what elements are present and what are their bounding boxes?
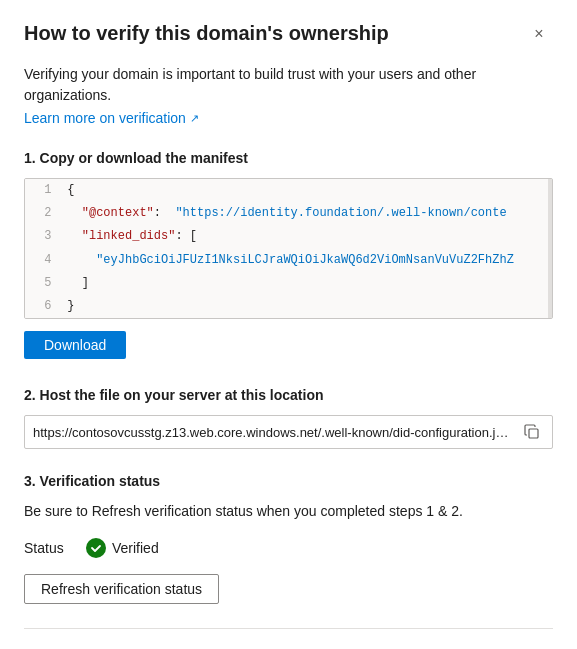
copy-button[interactable] [520,422,544,442]
line-number: 1 [25,179,63,202]
url-container: https://contosovcusstg.z13.web.core.wind… [24,415,553,449]
status-section: 3. Verification status Be sure to Refres… [24,473,553,604]
line-number: 5 [25,272,63,295]
line-code: } [63,295,552,318]
copy-icon [524,424,540,440]
verified-label: Verified [112,540,159,556]
line-code: { [63,179,552,202]
svg-rect-0 [529,429,538,438]
url-text: https://contosovcusstg.z13.web.core.wind… [33,425,512,440]
step1-title: 1. Copy or download the manifest [24,150,553,166]
line-number: 2 [25,202,63,225]
code-block: 1{2 "@context": "https://identity.founda… [24,178,553,319]
description-text: Verifying your domain is important to bu… [24,64,553,106]
refresh-button[interactable]: Refresh verification status [24,574,219,604]
panel-header: How to verify this domain's ownership × [24,20,553,48]
code-table: 1{2 "@context": "https://identity.founda… [25,179,552,318]
line-code: ] [63,272,552,295]
panel-title: How to verify this domain's ownership [24,20,525,46]
status-row: Status Verified [24,538,553,558]
external-link-icon: ↗ [190,112,199,125]
step2-title: 2. Host the file on your server at this … [24,387,553,403]
checkmark-icon [90,542,102,554]
line-number: 4 [25,249,63,272]
line-code: "@context": "https://identity.foundation… [63,202,552,225]
line-code: "eyJhbGciOiJFUzI1NksiLCJraWQiOiJkaWQ6d2V… [63,249,552,272]
line-number: 3 [25,225,63,248]
step3-title: 3. Verification status [24,473,553,489]
learn-more-link[interactable]: Learn more on verification ↗ [24,110,199,126]
status-description: Be sure to Refresh verification status w… [24,501,553,522]
verified-icon [86,538,106,558]
learn-more-label: Learn more on verification [24,110,186,126]
status-verified: Verified [86,538,159,558]
close-button[interactable]: × [525,20,553,48]
download-button[interactable]: Download [24,331,126,359]
divider [24,628,553,629]
line-number: 6 [25,295,63,318]
panel: How to verify this domain's ownership × … [0,0,577,649]
scroll-hint [548,179,552,318]
status-label: Status [24,540,74,556]
line-code: "linked_dids": [ [63,225,552,248]
